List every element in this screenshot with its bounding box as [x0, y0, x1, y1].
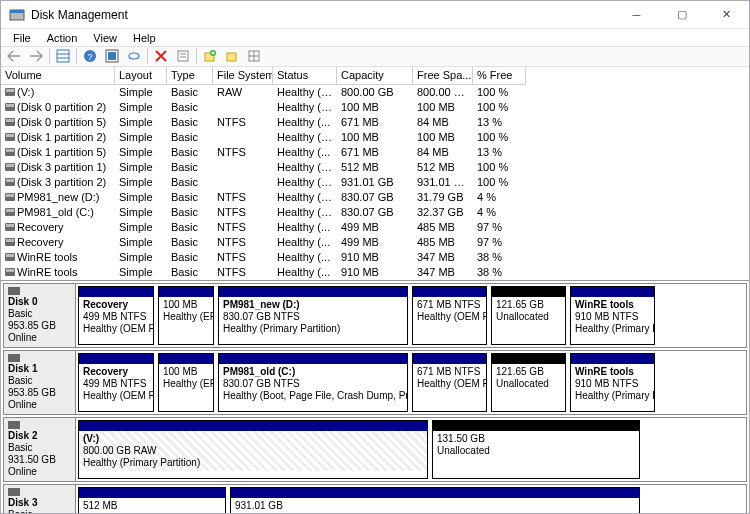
volume-pctfree: 4 % — [473, 206, 526, 218]
col-capacity[interactable]: Capacity — [337, 67, 413, 85]
volume-row[interactable]: (Disk 1 partition 2)SimpleBasicHealthy (… — [1, 130, 749, 145]
menu-file[interactable]: File — [5, 30, 39, 46]
disk-header[interactable]: Disk 0Basic953.85 GBOnline — [4, 284, 76, 347]
partition-name: PM981_old (C:) — [223, 366, 403, 378]
maximize-button[interactable]: ▢ — [659, 1, 704, 29]
volume-row[interactable]: WinRE toolsSimpleBasicNTFSHealthy (...91… — [1, 265, 749, 280]
col-layout[interactable]: Layout — [115, 67, 167, 85]
partition-stripe — [79, 488, 225, 498]
partition[interactable]: Recovery499 MB NTFSHealthy (OEM Partit — [78, 286, 154, 345]
partition-size: 910 MB NTFS — [575, 378, 650, 390]
volume-capacity: 931.01 GB — [337, 176, 413, 188]
delete-icon[interactable] — [152, 47, 170, 65]
close-button[interactable]: ✕ — [704, 1, 749, 29]
volume-fs: NTFS — [213, 116, 273, 128]
eject-icon[interactable] — [223, 47, 241, 65]
disk-header[interactable]: Disk 2Basic931.50 GBOnline — [4, 418, 76, 481]
disk-icon — [8, 287, 20, 295]
partition[interactable]: PM981_old (C:)830.07 GB NTFSHealthy (Boo… — [218, 353, 408, 412]
svg-rect-14 — [227, 53, 236, 61]
partition-status: Unallocated — [496, 311, 561, 323]
help-icon[interactable]: ? — [81, 47, 99, 65]
volume-row[interactable]: PM981_old (C:)SimpleBasicNTFSHealthy (B.… — [1, 205, 749, 220]
col-filesystem[interactable]: File System — [213, 67, 273, 85]
disk-header[interactable]: Disk 1Basic953.85 GBOnline — [4, 351, 76, 414]
volume-row[interactable]: PM981_new (D:)SimpleBasicNTFSHealthy (P.… — [1, 190, 749, 205]
volume-row[interactable]: (Disk 1 partition 5)SimpleBasicNTFSHealt… — [1, 145, 749, 160]
volume-type: Basic — [167, 116, 213, 128]
volume-name: (Disk 1 partition 5) — [17, 146, 106, 158]
volume-fs: NTFS — [213, 146, 273, 158]
menu-help[interactable]: Help — [125, 30, 164, 46]
volume-row[interactable]: (Disk 0 partition 5)SimpleBasicNTFSHealt… — [1, 115, 749, 130]
volume-freespace: 512 MB — [413, 161, 473, 173]
volume-capacity: 671 MB — [337, 116, 413, 128]
partition[interactable]: WinRE tools910 MB NTFSHealthy (Primary P… — [570, 353, 655, 412]
volume-capacity: 499 MB — [337, 221, 413, 233]
partition[interactable]: Recovery499 MB NTFSHealthy (OEM Partit — [78, 353, 154, 412]
volume-icon — [5, 238, 15, 246]
partition[interactable]: 512 MBHealthy (EFI System Partition) — [78, 487, 226, 513]
partition-size: 910 MB NTFS — [575, 311, 650, 323]
partition-body: 100 MBHealthy (EFI S — [159, 297, 213, 325]
volume-row[interactable]: (Disk 3 partition 2)SimpleBasicHealthy (… — [1, 175, 749, 190]
volume-freespace: 347 MB — [413, 251, 473, 263]
properties-icon[interactable] — [174, 47, 192, 65]
partition-body: WinRE tools910 MB NTFSHealthy (Primary P… — [571, 297, 654, 337]
partition-body: Recovery499 MB NTFSHealthy (OEM Partit — [79, 364, 153, 404]
col-type[interactable]: Type — [167, 67, 213, 85]
volume-fs: RAW — [213, 86, 273, 98]
menu-view[interactable]: View — [85, 30, 125, 46]
titlebar: Disk Management ─ ▢ ✕ — [1, 1, 749, 29]
refresh-icon[interactable] — [103, 47, 121, 65]
forward-icon[interactable] — [27, 47, 45, 65]
volume-freespace: 84 MB — [413, 146, 473, 158]
unallocated-space[interactable]: 131.50 GBUnallocated — [432, 420, 640, 479]
back-icon[interactable] — [5, 47, 23, 65]
volume-capacity: 800.00 GB — [337, 86, 413, 98]
partition[interactable]: 100 MBHealthy (EFI S — [158, 286, 214, 345]
partition-stripe — [433, 421, 639, 431]
partition-name: WinRE tools — [575, 299, 650, 311]
col-pctfree[interactable]: % Free — [473, 67, 526, 85]
volume-row[interactable]: RecoverySimpleBasicNTFSHealthy (...499 M… — [1, 235, 749, 250]
volume-layout: Simple — [115, 221, 167, 233]
volume-row[interactable]: (V:)SimpleBasicRAWHealthy (P...800.00 GB… — [1, 85, 749, 100]
col-freespace[interactable]: Free Spa... — [413, 67, 473, 85]
partition-body: 100 MBHealthy (EFI S — [159, 364, 213, 392]
volume-capacity: 100 MB — [337, 131, 413, 143]
disk-layout: Recovery499 MB NTFSHealthy (OEM Partit10… — [76, 351, 746, 414]
volume-pctfree: 4 % — [473, 191, 526, 203]
volume-type: Basic — [167, 131, 213, 143]
svg-rect-8 — [108, 52, 116, 60]
col-status[interactable]: Status — [273, 67, 337, 85]
partition[interactable]: 671 MB NTFSHealthy (OEM Partiti — [412, 286, 487, 345]
partition-body: 121.65 GBUnallocated — [492, 364, 565, 392]
partition-stripe — [159, 287, 213, 297]
partition[interactable]: 671 MB NTFSHealthy (OEM Partiti — [412, 353, 487, 412]
new-partition-icon[interactable] — [201, 47, 219, 65]
window-title: Disk Management — [31, 8, 614, 22]
volume-row[interactable]: RecoverySimpleBasicNTFSHealthy (...499 M… — [1, 220, 749, 235]
grid-icon[interactable] — [245, 47, 263, 65]
col-volume[interactable]: Volume — [1, 67, 115, 85]
partition[interactable]: (V:)800.00 GB RAWHealthy (Primary Partit… — [78, 420, 428, 479]
partition[interactable]: WinRE tools910 MB NTFSHealthy (Primary P… — [570, 286, 655, 345]
menu-action[interactable]: Action — [39, 30, 86, 46]
disk-header[interactable]: Disk 3Basic931.51 GBOnline — [4, 485, 76, 513]
partition[interactable]: 931.01 GBHealthy (Primary Partition) — [230, 487, 640, 513]
unallocated-space[interactable]: 121.65 GBUnallocated — [491, 286, 566, 345]
disk-name: Disk 3 — [8, 497, 71, 509]
volume-row[interactable]: (Disk 3 partition 1)SimpleBasicHealthy (… — [1, 160, 749, 175]
volume-capacity: 830.07 GB — [337, 191, 413, 203]
volume-row[interactable]: (Disk 0 partition 2)SimpleBasicHealthy (… — [1, 100, 749, 115]
partition[interactable]: PM981_new (D:)830.07 GB NTFSHealthy (Pri… — [218, 286, 408, 345]
minimize-button[interactable]: ─ — [614, 1, 659, 29]
partition-body: 671 MB NTFSHealthy (OEM Partiti — [413, 297, 486, 325]
volume-row[interactable]: WinRE toolsSimpleBasicNTFSHealthy (...91… — [1, 250, 749, 265]
partition-size: 512 MB — [83, 500, 221, 512]
partition[interactable]: 100 MBHealthy (EFI S — [158, 353, 214, 412]
unallocated-space[interactable]: 121.65 GBUnallocated — [491, 353, 566, 412]
details-icon[interactable] — [54, 47, 72, 65]
scan-icon[interactable] — [125, 47, 143, 65]
